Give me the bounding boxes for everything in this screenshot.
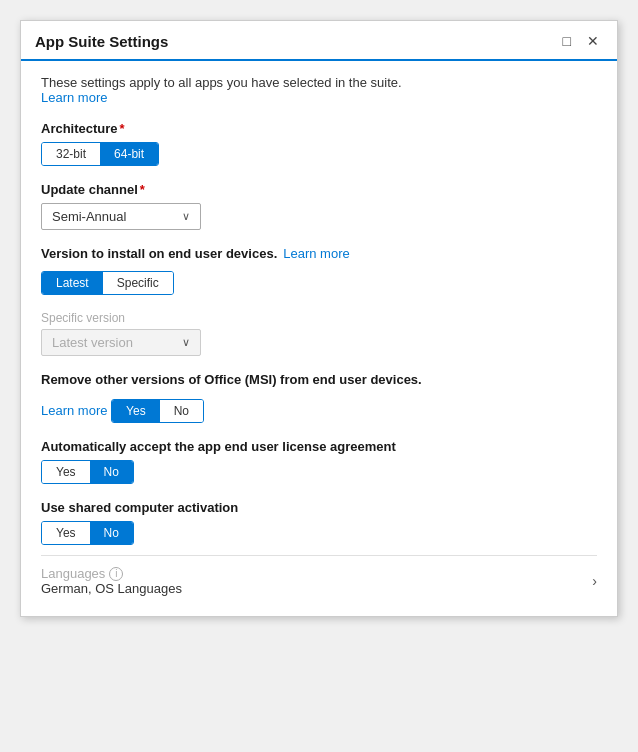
- auto-accept-toggle-group: Yes No: [41, 460, 134, 484]
- languages-chevron-right-icon: ›: [592, 573, 597, 589]
- version-latest-button[interactable]: Latest: [42, 272, 103, 294]
- specific-version-section: Specific version Latest version ∨: [41, 311, 597, 356]
- specific-version-chevron-icon: ∨: [182, 336, 190, 349]
- description-learn-more-link[interactable]: Learn more: [41, 90, 107, 105]
- languages-title: Languages i: [41, 566, 182, 581]
- shared-computer-label: Use shared computer activation: [41, 500, 597, 515]
- languages-value: German, OS Languages: [41, 581, 182, 596]
- shared-computer-yes-button[interactable]: Yes: [42, 522, 90, 544]
- update-channel-chevron-icon: ∨: [182, 210, 190, 223]
- auto-accept-yes-button[interactable]: Yes: [42, 461, 90, 483]
- specific-version-dropdown: Latest version ∨: [41, 329, 201, 356]
- update-channel-value: Semi-Annual: [52, 209, 126, 224]
- version-toggle-group: Latest Specific: [41, 271, 174, 295]
- settings-content: These settings apply to all apps you hav…: [21, 61, 617, 616]
- architecture-32bit-button[interactable]: 32-bit: [42, 143, 100, 165]
- description-body: These settings apply to all apps you hav…: [41, 75, 402, 90]
- architecture-section: Architecture* 32-bit 64-bit: [41, 121, 597, 166]
- description-text: These settings apply to all apps you hav…: [41, 75, 597, 105]
- architecture-toggle-group: 32-bit 64-bit: [41, 142, 159, 166]
- auto-accept-label: Automatically accept the app end user li…: [41, 439, 597, 454]
- shared-computer-section: Use shared computer activation Yes No: [41, 500, 597, 545]
- update-channel-label: Update channel*: [41, 182, 597, 197]
- architecture-label: Architecture*: [41, 121, 597, 136]
- languages-info-icon[interactable]: i: [109, 567, 123, 581]
- shared-computer-toggle-group: Yes No: [41, 521, 134, 545]
- remove-msi-toggle-group: Yes No: [111, 399, 204, 423]
- auto-accept-section: Automatically accept the app end user li…: [41, 439, 597, 484]
- version-learn-more-link[interactable]: Learn more: [283, 246, 349, 261]
- remove-msi-no-button[interactable]: No: [160, 400, 203, 422]
- title-bar: App Suite Settings □ ✕: [21, 21, 617, 61]
- update-channel-section: Update channel* Semi-Annual ∨: [41, 182, 597, 230]
- specific-version-value: Latest version: [52, 335, 133, 350]
- remove-msi-section: Remove other versions of Office (MSI) fr…: [41, 372, 597, 423]
- remove-msi-yes-button[interactable]: Yes: [112, 400, 160, 422]
- close-button[interactable]: ✕: [583, 31, 603, 51]
- window-controls: □ ✕: [559, 31, 603, 51]
- version-specific-button[interactable]: Specific: [103, 272, 173, 294]
- window-title: App Suite Settings: [35, 33, 168, 50]
- update-channel-required: *: [140, 182, 145, 197]
- architecture-64bit-button[interactable]: 64-bit: [100, 143, 158, 165]
- auto-accept-no-button[interactable]: No: [90, 461, 133, 483]
- remove-msi-label: Remove other versions of Office (MSI) fr…: [41, 372, 597, 387]
- languages-row[interactable]: Languages i German, OS Languages ›: [41, 555, 597, 596]
- shared-computer-no-button[interactable]: No: [90, 522, 133, 544]
- version-label: Version to install on end user devices.: [41, 246, 277, 261]
- architecture-required: *: [120, 121, 125, 136]
- version-section: Version to install on end user devices. …: [41, 246, 597, 295]
- specific-version-label: Specific version: [41, 311, 597, 325]
- minimize-button[interactable]: □: [559, 31, 575, 51]
- version-label-row: Version to install on end user devices. …: [41, 246, 597, 261]
- languages-left: Languages i German, OS Languages: [41, 566, 182, 596]
- app-suite-settings-window: App Suite Settings □ ✕ These settings ap…: [20, 20, 618, 617]
- remove-msi-learn-more-link[interactable]: Learn more: [41, 403, 107, 418]
- update-channel-dropdown[interactable]: Semi-Annual ∨: [41, 203, 201, 230]
